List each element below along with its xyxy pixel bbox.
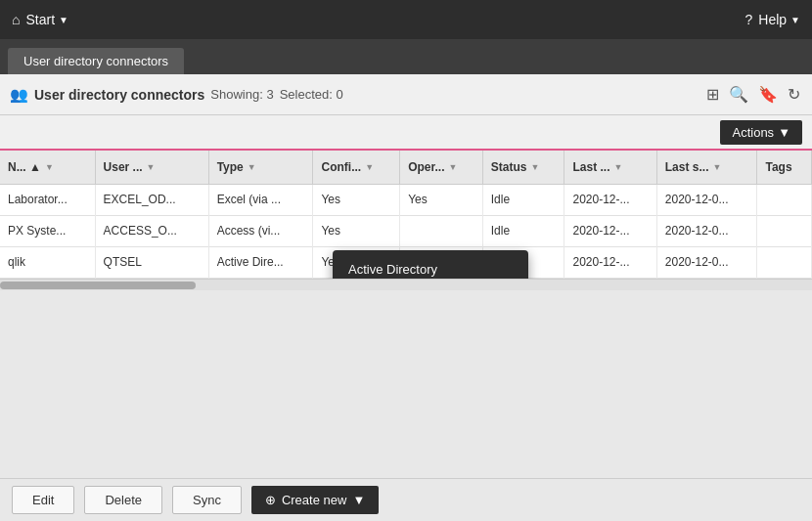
filter-icon-user[interactable]: ▼	[147, 162, 156, 172]
col-header-config[interactable]: Confi... ▼	[313, 151, 400, 184]
toolbar-selected: Selected: 0	[280, 87, 343, 102]
col-header-name[interactable]: N... ▲ ▼	[0, 151, 95, 184]
home-icon: ⌂	[12, 12, 20, 27]
grid-view-button[interactable]: ⊞	[704, 83, 721, 106]
scrollbar-thumb[interactable]	[0, 282, 196, 289]
col-header-tags[interactable]: Tags	[757, 151, 812, 184]
col-header-oper[interactable]: Oper... ▼	[400, 151, 483, 184]
breadcrumb-bar: User directory connectors	[0, 39, 812, 74]
table-container: N... ▲ ▼ User ... ▼ Type ▼	[0, 151, 812, 279]
edit-label: Edit	[32, 493, 54, 507]
breadcrumb-tab[interactable]: User directory connectors	[8, 48, 184, 74]
filter-icon-name[interactable]: ▼	[45, 162, 54, 172]
filter-icon-last[interactable]: ▼	[613, 162, 622, 172]
toolbar: 👥 User directory connectors Showing: 3 S…	[0, 74, 812, 115]
actions-chevron-icon: ▼	[778, 125, 790, 140]
search-button[interactable]: 🔍	[727, 83, 750, 106]
filter-icon-status[interactable]: ▼	[530, 162, 539, 172]
table-cell: Excel (via ...	[208, 184, 313, 215]
help-label: Help	[758, 12, 787, 27]
breadcrumb-label: User directory connectors	[23, 54, 168, 68]
toolbar-title: User directory connectors	[34, 87, 204, 103]
filter-icon-oper[interactable]: ▼	[449, 162, 458, 172]
table-cell: 2020-12-0...	[656, 215, 757, 246]
horizontal-scrollbar[interactable]	[0, 279, 812, 290]
table-cell	[757, 246, 812, 278]
col-header-status[interactable]: Status ▼	[482, 151, 564, 184]
table-cell	[400, 215, 483, 246]
table-cell: 2020-12-...	[564, 246, 656, 278]
sync-button[interactable]: Sync	[172, 486, 242, 514]
actions-button[interactable]: Actions ▼	[720, 120, 802, 145]
table-cell: qlik	[0, 246, 95, 278]
col-header-lasts[interactable]: Last s... ▼	[656, 151, 757, 184]
filter-icon-config[interactable]: ▼	[365, 162, 374, 172]
table-cell: Idle	[482, 184, 564, 215]
table-cell: Yes	[400, 184, 483, 215]
table-cell: Idle	[482, 215, 564, 246]
table-cell: Yes	[313, 184, 400, 215]
table-cell: Yes	[313, 215, 400, 246]
table-cell: Active Dire...	[208, 246, 313, 278]
toolbar-showing: Showing: 3	[210, 87, 273, 102]
filter-icon-type[interactable]: ▼	[248, 162, 256, 172]
table-cell: QTSEL	[95, 246, 208, 278]
people-icon: 👥	[10, 86, 28, 104]
top-nav: ⌂ Start ▼ ? Help ▼	[0, 0, 812, 39]
filter-icon-lasts[interactable]: ▼	[712, 162, 721, 172]
help-button[interactable]: Help ▼	[758, 12, 800, 27]
plus-icon: ⊕	[265, 493, 276, 507]
table-cell: PX Syste...	[0, 215, 95, 246]
bookmark-button[interactable]: 🔖	[756, 83, 780, 106]
help-chevron-icon: ▼	[790, 15, 800, 25]
create-new-dropdown: Active DirectoryAdvanced LDAPApacheDSGen…	[333, 250, 528, 279]
refresh-button[interactable]: ↻	[786, 83, 802, 106]
table-row[interactable]: Laborator...EXCEL_OD...Excel (via ...Yes…	[0, 184, 812, 215]
toolbar-right: ⊞ 🔍 🔖 ↻	[704, 83, 802, 106]
sync-label: Sync	[193, 493, 221, 507]
table-row[interactable]: PX Syste...ACCESS_O...Access (vi...YesId…	[0, 215, 812, 246]
table-cell: 2020-12-...	[564, 184, 656, 215]
edit-button[interactable]: Edit	[12, 486, 74, 514]
table-cell	[757, 215, 812, 246]
nav-left: ⌂ Start ▼	[12, 12, 68, 27]
table-cell: Access (vi...	[208, 215, 313, 246]
bottom-bar: Edit Delete Sync ⊕ Create new ▼	[0, 478, 812, 521]
table-cell: 2020-12-0...	[656, 184, 757, 215]
actions-bar: Actions ▼	[0, 115, 812, 151]
table-cell: EXCEL_OD...	[95, 184, 208, 215]
question-icon: ?	[745, 12, 753, 27]
dropdown-item[interactable]: Active Directory	[333, 254, 528, 279]
col-header-type[interactable]: Type ▼	[208, 151, 313, 184]
table-cell: Laborator...	[0, 184, 95, 215]
create-new-chevron-icon: ▼	[352, 493, 365, 507]
nav-right: ? Help ▼	[745, 12, 801, 27]
table-header-row: N... ▲ ▼ User ... ▼ Type ▼	[0, 151, 812, 184]
start-chevron-icon: ▼	[59, 15, 68, 25]
col-header-last[interactable]: Last ... ▼	[564, 151, 656, 184]
table-cell: ACCESS_O...	[95, 215, 208, 246]
delete-label: Delete	[105, 493, 142, 507]
table-cell	[757, 184, 812, 215]
col-header-user[interactable]: User ... ▼	[95, 151, 208, 184]
create-new-button[interactable]: ⊕ Create new ▼	[251, 486, 379, 514]
toolbar-left: 👥 User directory connectors Showing: 3 S…	[10, 86, 697, 104]
table-cell: 2020-12-0...	[656, 246, 757, 278]
delete-button[interactable]: Delete	[84, 486, 162, 514]
create-new-label: Create new	[282, 493, 346, 507]
table-cell: 2020-12-...	[564, 215, 656, 246]
actions-label: Actions	[732, 125, 774, 140]
start-button[interactable]: Start ▼	[25, 12, 68, 27]
start-label: Start	[25, 12, 55, 27]
